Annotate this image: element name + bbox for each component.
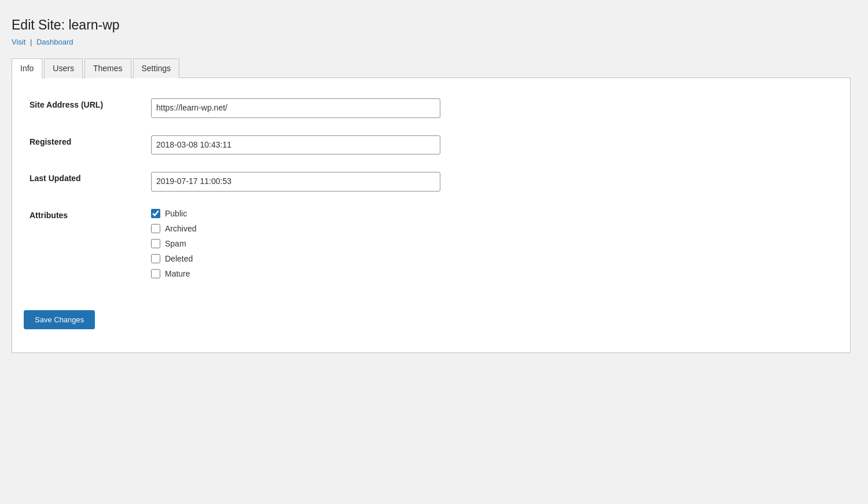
- checkbox-mature-label[interactable]: Mature: [151, 269, 833, 278]
- checkbox-archived[interactable]: [151, 224, 160, 233]
- tab-themes[interactable]: Themes: [84, 58, 131, 78]
- checkbox-deleted-text: Deleted: [165, 254, 193, 263]
- page-title: Edit Site: learn-wp: [12, 17, 851, 33]
- page-links: Visit | Dashboard: [12, 38, 851, 46]
- attributes-row: Attributes Public Archived: [24, 200, 838, 287]
- checkbox-group: Public Archived Spam: [151, 209, 833, 278]
- visit-link[interactable]: Visit: [12, 38, 25, 46]
- site-address-label: Site Address (URL): [30, 100, 103, 109]
- checkbox-public[interactable]: [151, 209, 160, 218]
- checkbox-public-text: Public: [165, 209, 187, 218]
- checkbox-deleted[interactable]: [151, 254, 160, 263]
- checkbox-archived-label[interactable]: Archived: [151, 224, 833, 233]
- tabs-nav: Info Users Themes Settings: [12, 58, 851, 78]
- checkbox-deleted-label[interactable]: Deleted: [151, 254, 833, 263]
- checkbox-archived-text: Archived: [165, 224, 196, 233]
- form-table: Site Address (URL) Registered: [24, 90, 838, 287]
- checkbox-spam-label[interactable]: Spam: [151, 239, 833, 248]
- checkbox-mature-text: Mature: [165, 269, 190, 278]
- tab-users[interactable]: Users: [44, 58, 83, 78]
- last-updated-input[interactable]: [151, 172, 440, 192]
- site-address-row: Site Address (URL): [24, 90, 838, 127]
- attributes-label: Attributes: [30, 211, 68, 220]
- link-separator: |: [30, 38, 32, 46]
- checkbox-spam-text: Spam: [165, 239, 186, 248]
- bottom-section: Save Changes: [24, 287, 838, 335]
- checkbox-public-label[interactable]: Public: [151, 209, 833, 218]
- save-changes-button[interactable]: Save Changes: [24, 310, 95, 329]
- registered-row: Registered: [24, 127, 838, 164]
- tab-settings[interactable]: Settings: [133, 58, 180, 78]
- tab-content: Site Address (URL) Registered: [12, 78, 851, 353]
- checkbox-spam[interactable]: [151, 239, 160, 248]
- registered-label: Registered: [30, 137, 71, 146]
- dashboard-link[interactable]: Dashboard: [36, 38, 73, 46]
- last-updated-row: Last Updated: [24, 163, 838, 200]
- site-address-input[interactable]: [151, 98, 440, 118]
- tab-info[interactable]: Info: [12, 58, 42, 78]
- last-updated-label: Last Updated: [30, 174, 81, 183]
- checkbox-mature[interactable]: [151, 269, 160, 278]
- registered-input[interactable]: [151, 135, 440, 155]
- page-wrapper: Edit Site: learn-wp Visit | Dashboard In…: [0, 0, 868, 370]
